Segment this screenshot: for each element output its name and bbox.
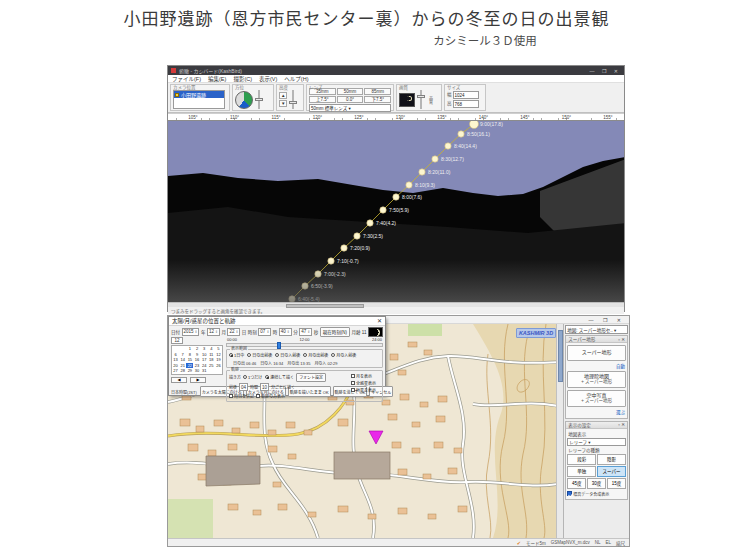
datetime-spinner[interactable]: 40⇕: [279, 328, 292, 336]
direction-slider[interactable]: [255, 90, 263, 109]
calendar-day-cell[interactable]: 30: [193, 368, 200, 374]
super-chikei-button[interactable]: スーパー地形: [567, 345, 626, 361]
camera-position-item[interactable]: 小田野遺跡: [174, 91, 224, 98]
menu-item-v[interactable]: 表示(V): [259, 75, 277, 83]
quality-slider[interactable]: [417, 90, 425, 109]
map-vertical-scrollbar[interactable]: [556, 324, 563, 538]
range-radio[interactable]: 1日中: [229, 352, 244, 358]
size-field-value[interactable]: 768: [453, 100, 479, 108]
map-status-item: 縮尺: [616, 540, 625, 546]
relief-kind-button[interactable]: 陰影: [597, 454, 626, 465]
light-angle-button[interactable]: 45度: [567, 478, 586, 489]
relief-mode-button[interactable]: 単独: [567, 466, 596, 477]
lens-combo[interactable]: 50mm 標準レンズ ▾: [309, 104, 391, 112]
font-settings-button[interactable]: フォント設定: [296, 373, 326, 382]
size-field-row: 高768: [447, 100, 483, 108]
range-radio[interactable]: 月の出前後: [303, 352, 328, 358]
calendar-day-cell[interactable]: 28: [179, 368, 186, 374]
altitude-up-button[interactable]: ▲: [279, 92, 287, 99]
relief-kind-buttons: 段彩陰影: [567, 454, 626, 465]
panel-selector-combo[interactable]: 地図: スーパー地形セ.. ▾: [565, 325, 628, 334]
camera-position-marker[interactable]: [369, 431, 383, 444]
datetime-spinner[interactable]: 2015⇕: [182, 328, 200, 336]
trajectory-checkbox[interactable]: 軌跡のみ表示: [256, 393, 285, 399]
sun-time-label: 8:40(14.4): [454, 143, 477, 149]
sun-position-dot: [419, 169, 425, 175]
range-radio[interactable]: 日の出前後: [247, 352, 272, 358]
drawstyle-radio[interactable]: 1つだけ: [243, 374, 262, 380]
map-window-controls[interactable]: — ❐ ✕: [589, 317, 625, 323]
calendar-next-button[interactable]: ▶: [190, 377, 206, 383]
light-angle-button[interactable]: 30度: [587, 478, 606, 489]
sun-moon-time-value: 日の入 16:34: [260, 360, 283, 366]
menu-item-c[interactable]: 撮影(C): [233, 75, 252, 83]
camera-position-list[interactable]: 小田野遺跡: [173, 90, 225, 109]
compass-dial-icon[interactable]: [235, 91, 253, 109]
view-horizontal-scrollbar[interactable]: [168, 302, 624, 307]
sun-moon-time-value: 月の入 02:29: [314, 360, 337, 366]
datetime-spinner[interactable]: 47⇕: [299, 328, 312, 336]
auto-link[interactable]: 自動: [568, 363, 625, 369]
select-link[interactable]: 選ぶ: [568, 409, 625, 415]
panorama-3d-view[interactable]: 6:40(-5.4)6:50(-3.9)7:00(-2.3)7:10(-0.7)…: [168, 121, 624, 302]
lens-button[interactable]: 50mm: [337, 88, 364, 95]
super-chikei-caption: スーパー地形: [568, 336, 595, 342]
drawstyle-radio-label: 1つだけ: [248, 374, 262, 380]
azimuth-tick-label: 125°: [354, 114, 363, 121]
display-settings-caption-buttons[interactable]: ▫ ✕: [618, 422, 625, 427]
datetime-label: 分: [293, 329, 298, 335]
toolbar-group-camera: カメラ位置 小田野遺跡: [170, 84, 230, 111]
trajectory-group: 軌跡 描き方 1つだけ連続して描く フォント設定 前後04時間10分ごとに描く …: [226, 370, 383, 403]
calendar-prev-button[interactable]: ◀: [171, 377, 187, 383]
menu-item-f[interactable]: ファイル(F): [172, 75, 201, 83]
trajectory-checkbox[interactable]: 時刻を併記: [229, 393, 254, 399]
elevation-composite-checkbox[interactable]: 標高データ合成表示: [567, 491, 626, 497]
datetime-spinner[interactable]: 12⇕: [207, 328, 220, 336]
calendar-day-cell[interactable]: 31: [201, 368, 208, 374]
menu-item-h[interactable]: ヘルプ(H): [284, 75, 308, 83]
current-time-button[interactable]: 現在時刻(N): [320, 327, 350, 337]
light-angle-button[interactable]: 15度: [607, 478, 626, 489]
kashbird-window-controls[interactable]: — ❐ ✕: [590, 68, 621, 74]
datetime-spinner[interactable]: 07⇕: [258, 328, 271, 336]
menu-item-e[interactable]: 編集(E): [208, 75, 226, 83]
super-chikei-caption-buttons[interactable]: ▫ ✕: [618, 337, 625, 342]
display-settings-caption: 表示の設定: [568, 422, 591, 428]
relief-select[interactable]: レリーフ ▾: [567, 438, 626, 446]
dialog-close-icon[interactable]: ✕: [377, 317, 382, 325]
lens-button[interactable]: 85mm: [364, 88, 391, 95]
toolbar-group-quality: 画質 品質: [396, 84, 442, 111]
drawstyle-radio[interactable]: 連続して描く: [265, 374, 294, 380]
celestial-checkbox[interactable]: 全惑星表示: [351, 380, 381, 386]
range-radio[interactable]: 月の入前後: [331, 352, 356, 358]
elevation-composite-label: 標高データ合成表示: [573, 491, 609, 497]
time-slider[interactable]: [226, 343, 383, 347]
render-preview-icon[interactable]: [399, 93, 415, 107]
time-slider-thumb[interactable]: [277, 342, 281, 349]
calendar-day-cell[interactable]: 29: [186, 368, 193, 374]
aerial-photo-button[interactable]: 空中写真 + スーパー地形: [567, 390, 626, 407]
range-radio[interactable]: 日の入前後: [275, 352, 300, 358]
calendar-day-cell[interactable]: 27: [172, 368, 179, 374]
altitude-slider[interactable]: [289, 90, 297, 109]
datetime-label: 日: [242, 329, 247, 335]
size-group-caption: サイズ: [447, 85, 460, 90]
celestial-checkbox[interactable]: 月を表示: [351, 373, 381, 379]
altitude-down-button[interactable]: ▼: [279, 100, 287, 107]
datetime-spinner[interactable]: 22⇕: [227, 328, 240, 336]
sun-time-label: 7:40(4.2): [376, 220, 396, 226]
celestial-checkbox[interactable]: 恒星を表示: [351, 387, 381, 393]
lens-button[interactable]: 0.0°: [337, 96, 364, 103]
kashbird-toolbar: カメラ位置 小田野遺跡 方位 高度 ▲ ▼ レンズ 35mm50mm85mm上7…: [168, 83, 624, 113]
relief-kind-button[interactable]: 段彩: [567, 454, 596, 465]
lens-button[interactable]: 下7.5°: [364, 96, 391, 103]
calendar-month-field[interactable]: 12: [171, 337, 183, 344]
drawstyle-radio-label: 連続して描く: [270, 374, 294, 380]
gsi-map-button[interactable]: 地理院地図 + スーパー地形: [567, 371, 626, 388]
viewpoint-icon: [175, 93, 179, 97]
lens-button[interactable]: 上7.5°: [309, 96, 336, 103]
size-field-value[interactable]: 1024: [453, 91, 479, 99]
relief-mode-button[interactable]: スーパー: [597, 466, 626, 477]
interval-spinner[interactable]: 04: [239, 383, 248, 391]
interval-spinner[interactable]: 10: [260, 383, 269, 391]
